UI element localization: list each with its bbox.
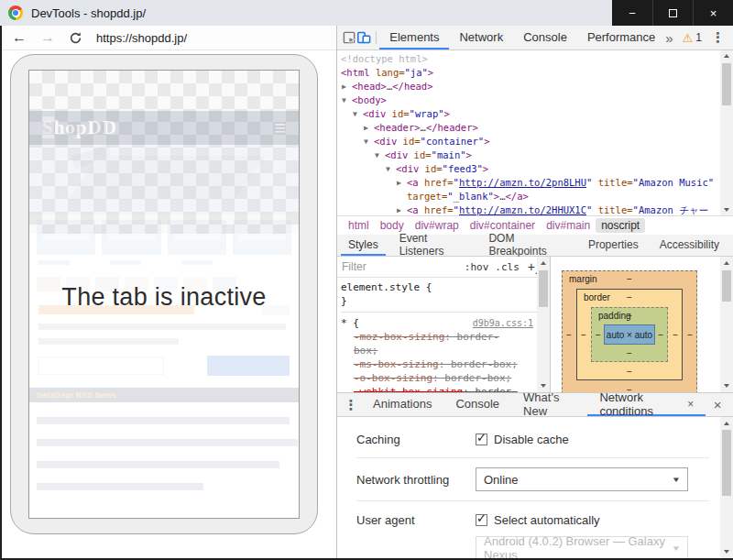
stylesheet-source-link[interactable]: d9b9a.css:1 [473, 316, 533, 330]
scroll-down-icon[interactable] [720, 546, 733, 557]
device-toolbar-toggle[interactable] [356, 26, 371, 49]
drawer-scrollbar[interactable] [720, 417, 733, 558]
dom-tree-line[interactable]: ▼<div id="wrap"> [337, 107, 719, 121]
expand-arrow-icon[interactable]: ▶ [364, 121, 368, 135]
dom-tree-line[interactable]: <!doctype html> [337, 52, 719, 66]
issues-badge[interactable]: ⚠ 1 [683, 31, 702, 45]
dom-tree-line[interactable]: ▼<body> [337, 93, 719, 107]
padding-left-value[interactable]: − [596, 330, 601, 340]
dom-tree-line[interactable]: ▶<a href="http://amzn.to/2HHUX1C" title=… [337, 203, 719, 215]
expand-arrow-icon[interactable]: ▶ [397, 203, 401, 215]
dom-tree-line[interactable]: ▼<div id="container"> [337, 135, 719, 148]
padding-top-value[interactable]: − [627, 311, 632, 321]
dom-tree-scrollbar[interactable] [720, 50, 733, 215]
border-right-value[interactable]: − [673, 330, 678, 340]
padding-bottom-value[interactable]: − [627, 348, 632, 358]
css-property[interactable]: -moz-box-sizing: border-box; [354, 330, 520, 357]
drawer-tab-what-s-new[interactable]: What's New [511, 393, 587, 416]
devtools-tab-elements[interactable]: Elements [379, 26, 449, 49]
devtools-menu-icon[interactable]: ⋮ [711, 29, 725, 46]
devtools-tab-console[interactable]: Console [513, 26, 577, 49]
maximize-button[interactable] [652, 0, 693, 26]
css-property-value[interactable]: : border-box; [439, 358, 518, 370]
scroll-down-icon[interactable] [720, 204, 733, 215]
select-automatically-label[interactable]: Select automatically [494, 513, 600, 527]
css-property-value[interactable]: : border-box; [432, 372, 511, 384]
devtools-tab-network[interactable]: Network [449, 26, 513, 49]
expand-arrow-icon[interactable]: ▶ [342, 80, 346, 93]
scroll-up-icon[interactable] [720, 418, 733, 429]
styles-filter-input[interactable] [342, 260, 458, 273]
metrics-scrollbar[interactable] [720, 257, 733, 392]
more-tabs-icon[interactable]: » [665, 30, 673, 46]
rule-selector[interactable]: * { [341, 316, 359, 330]
network-throttling-select[interactable]: Online ▼ [476, 467, 688, 491]
dom-tree-line[interactable]: ▶<header>…</header> [337, 121, 719, 135]
scroll-down-icon[interactable] [720, 380, 733, 391]
scroll-down-icon[interactable] [537, 380, 550, 391]
css-property[interactable]: -webkit-box-sizing: border-box; [354, 385, 520, 392]
margin-top-value[interactable]: − [627, 274, 632, 284]
dom-tree-line[interactable]: ▶<head>…</head> [337, 80, 719, 93]
sidebar-tab-event-listeners[interactable]: Event Listeners [392, 235, 476, 256]
sidebar-tab-dom-breakpoints[interactable]: DOM Breakpoints [481, 235, 574, 256]
refresh-icon[interactable] [69, 31, 82, 45]
devtools-tab-performance[interactable]: Performance [577, 26, 665, 49]
drawer-tab-animations[interactable]: Animations [361, 393, 443, 416]
collapse-arrow-icon[interactable]: ▼ [375, 148, 379, 162]
drawer-close-icon[interactable]: × [706, 393, 729, 416]
drawer-menu-icon[interactable]: ⋮ [341, 393, 361, 416]
box-model-margin[interactable]: margin − − − − border − − − − [562, 270, 697, 392]
collapse-arrow-icon[interactable]: ▼ [353, 107, 357, 121]
scroll-up-icon[interactable] [720, 258, 733, 269]
new-style-rule-button[interactable]: + [528, 260, 535, 273]
padding-right-value[interactable]: − [658, 330, 663, 340]
toggle-element-state-button[interactable]: :hov [465, 261, 489, 273]
scrollbar-thumb[interactable] [722, 63, 731, 105]
scrollbar-thumb[interactable] [722, 270, 731, 302]
url-text[interactable]: https://shopdd.jp/ [96, 31, 187, 45]
device-screen[interactable]: ShopDD ≡ [28, 70, 300, 519]
margin-right-value[interactable]: − [687, 330, 693, 340]
border-bottom-value[interactable]: − [627, 367, 632, 377]
close-button[interactable]: × [693, 0, 733, 26]
border-left-value[interactable]: − [581, 330, 586, 340]
select-automatically-checkbox[interactable]: ✓ [476, 514, 487, 526]
dom-tree-line[interactable]: ▶<a href="http://amzn.to/2pn8LHU" title=… [337, 176, 719, 203]
border-top-value[interactable]: − [627, 292, 632, 302]
sidebar-tab-styles[interactable]: Styles [341, 235, 386, 256]
minimize-button[interactable]: − [612, 0, 652, 26]
margin-left-value[interactable]: − [566, 330, 572, 340]
collapse-arrow-icon[interactable]: ▼ [364, 135, 368, 148]
forward-icon[interactable]: → [40, 30, 55, 45]
styles-scrollbar[interactable] [537, 257, 550, 392]
dom-tree-line[interactable]: ▼<div id="main"> [337, 148, 719, 162]
disable-cache-label[interactable]: Disable cache [494, 433, 569, 446]
css-property-name[interactable]: -moz-box-sizing [354, 331, 444, 343]
breadcrumb-noscript[interactable]: noscript [596, 218, 645, 233]
scroll-up-icon[interactable] [537, 258, 550, 269]
css-property[interactable]: -o-box-sizing: border-box; [354, 371, 520, 385]
css-property-name[interactable]: -ms-box-sizing [354, 358, 439, 370]
collapse-arrow-icon[interactable]: ▼ [386, 162, 390, 176]
box-model-padding[interactable]: padding − − − − auto × auto [591, 307, 668, 362]
element-style-open[interactable]: element.style { [341, 280, 550, 294]
close-tab-icon[interactable]: × [687, 398, 694, 411]
dom-tree-line[interactable]: <html lang="ja"> [337, 66, 719, 80]
scrollbar-thumb[interactable] [722, 430, 731, 496]
element-classes-button[interactable]: .cls [495, 261, 520, 273]
css-property[interactable]: -ms-box-sizing: border-box; [354, 357, 520, 371]
margin-bottom-value[interactable]: − [627, 385, 632, 392]
css-property-name[interactable]: -o-box-sizing [354, 372, 432, 384]
drawer-tab-console[interactable]: Console [443, 393, 511, 416]
scrollbar-thumb[interactable] [539, 270, 548, 307]
expand-arrow-icon[interactable]: ▶ [397, 176, 401, 190]
drawer-tab-network-conditions[interactable]: Network conditions× [587, 393, 706, 416]
collapse-arrow-icon[interactable]: ▼ [342, 93, 346, 107]
breadcrumb-html[interactable]: html [343, 218, 375, 233]
sidebar-tab-properties[interactable]: Properties [581, 235, 646, 256]
sidebar-tab-accessibility[interactable]: Accessibility [652, 235, 727, 256]
box-model-content[interactable]: auto × auto [604, 324, 655, 345]
inspect-element-button[interactable] [342, 26, 356, 49]
box-model-border[interactable]: border − − − − padding − − − [576, 289, 683, 380]
